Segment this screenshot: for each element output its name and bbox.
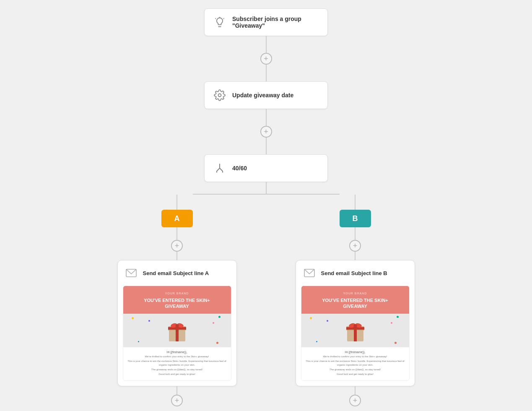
trigger-node[interactable]: Subscriber joins a group"Giveaway" xyxy=(204,8,328,36)
branches-row: A + Send email Subject line A xyxy=(115,195,417,406)
branch-b: B + Send email Subject line B xyxy=(293,195,417,406)
connector-4 xyxy=(266,138,267,154)
branch-container: A + Send email Subject line A xyxy=(115,182,417,406)
confetti-3 xyxy=(218,316,221,318)
svg-line-1 xyxy=(215,18,216,19)
envelope-icon-b xyxy=(303,266,316,280)
branch-a-connector-4 xyxy=(176,386,177,395)
email-body-b: Hi {{firstname}}, We're thrilled to conf… xyxy=(301,347,409,380)
lightbulb-icon xyxy=(213,16,226,29)
action-node[interactable]: Update giveaway date xyxy=(204,81,328,109)
preview-text-a-4: Good luck and get ready to glow! xyxy=(127,372,227,376)
add-step-btn-b[interactable]: + xyxy=(349,240,361,252)
preview-greeting-b: Hi {{firstname}}, xyxy=(306,351,405,354)
confetti-5 xyxy=(138,341,139,342)
branch-a-connector-3 xyxy=(176,252,177,260)
svg-line-2 xyxy=(223,18,224,19)
preview-text-a-1: We're thrilled to confirm your entry to … xyxy=(127,355,227,359)
split-label: 40/60 xyxy=(232,165,247,172)
preview-text-b-2: This is your chance to win the exclusive… xyxy=(306,359,405,367)
brand-b: YOUR BRAND xyxy=(306,292,405,295)
preview-text-b-3: The giveaway ends on {{date}}, so stay t… xyxy=(306,368,405,372)
preview-text-b-4: Good luck and get ready to glow! xyxy=(306,372,405,376)
branch-b-connector-4 xyxy=(355,386,356,395)
email-card-a-header: Send email Subject line A xyxy=(118,260,236,286)
email-card-a[interactable]: Send email Subject line A YOUR BRAND YOU… xyxy=(117,260,237,386)
preview-text-b-1: We're thrilled to confirm your entry to … xyxy=(306,355,405,359)
gift-box-a xyxy=(166,318,189,343)
split-node[interactable]: 40/60 xyxy=(204,154,328,182)
confetti-6 xyxy=(216,342,218,344)
email-preview-b: YOUR BRAND YOU'VE ENTERED THE SKIN+GIVEA… xyxy=(301,286,410,381)
gear-icon xyxy=(213,88,226,102)
gift-box-b xyxy=(344,318,367,343)
confetti-b-1 xyxy=(310,317,312,319)
email-img-b xyxy=(301,314,409,347)
add-step-btn-b-bottom[interactable]: + xyxy=(349,395,361,406)
connector-3 xyxy=(266,109,267,126)
confetti-2 xyxy=(148,320,150,322)
connector-2 xyxy=(266,65,267,81)
confetti-1 xyxy=(132,317,134,319)
svg-point-13 xyxy=(175,324,179,328)
branch-h-line xyxy=(193,194,340,195)
variant-badge-b[interactable]: B xyxy=(340,210,371,227)
add-step-btn-a[interactable]: + xyxy=(171,240,183,252)
confetti-b-5 xyxy=(316,341,317,342)
add-step-btn-2[interactable]: + xyxy=(260,126,272,138)
email-card-b-header: Send email Subject line B xyxy=(296,260,415,286)
add-step-btn-a-bottom[interactable]: + xyxy=(171,395,183,406)
email-preview-a: YOUR BRAND YOU'VE ENTERED THE SKIN+GIVEA… xyxy=(123,286,231,381)
preview-text-a-2: This is your chance to win the exclusive… xyxy=(127,359,227,367)
confetti-b-4 xyxy=(391,322,392,324)
branch-b-connector xyxy=(355,195,356,210)
email-card-b[interactable]: Send email Subject line B YOUR BRAND YOU… xyxy=(296,260,415,386)
action-label: Update giveaway date xyxy=(232,92,293,99)
branch-a: A + Send email Subject line A xyxy=(115,195,239,406)
svg-point-3 xyxy=(218,94,221,97)
confetti-b-6 xyxy=(394,342,397,344)
trigger-label: Subscriber joins a group"Giveaway" xyxy=(232,16,301,29)
email-img-a xyxy=(123,314,231,347)
confetti-b-3 xyxy=(397,316,399,318)
envelope-icon-a xyxy=(125,266,138,280)
brand-a: YOUR BRAND xyxy=(127,292,227,295)
headline-b: YOU'VE ENTERED THE SKIN+GIVEAWAY xyxy=(306,297,405,310)
branch-b-connector-3 xyxy=(355,252,356,260)
variant-badge-a[interactable]: A xyxy=(161,210,193,227)
split-connector-down xyxy=(266,182,267,194)
svg-point-21 xyxy=(353,324,357,328)
add-step-btn-1[interactable]: + xyxy=(260,53,272,65)
split-icon xyxy=(213,161,226,175)
flow-canvas: Subscriber joins a group"Giveaway" + Upd… xyxy=(0,0,532,411)
email-b-title: Send email Subject line B xyxy=(321,270,387,276)
connector-1 xyxy=(266,36,267,53)
email-a-title: Send email Subject line A xyxy=(143,270,209,276)
preview-greeting-a: Hi {{firstname}}, xyxy=(127,351,227,354)
email-body-a: Hi {{firstname}}, We're thrilled to conf… xyxy=(123,347,231,380)
email-banner-b: YOUR BRAND YOU'VE ENTERED THE SKIN+GIVEA… xyxy=(301,286,409,314)
branch-a-connector-2 xyxy=(176,227,177,240)
email-banner-a: YOUR BRAND YOU'VE ENTERED THE SKIN+GIVEA… xyxy=(123,286,231,314)
branch-a-connector xyxy=(176,195,177,210)
branch-b-connector-2 xyxy=(355,227,356,240)
headline-a: YOU'VE ENTERED THE SKIN+GIVEAWAY xyxy=(127,297,227,310)
confetti-4 xyxy=(213,322,214,324)
preview-text-a-3: The giveaway ends on {{date}}, so stay t… xyxy=(127,368,227,372)
confetti-b-2 xyxy=(327,320,328,322)
